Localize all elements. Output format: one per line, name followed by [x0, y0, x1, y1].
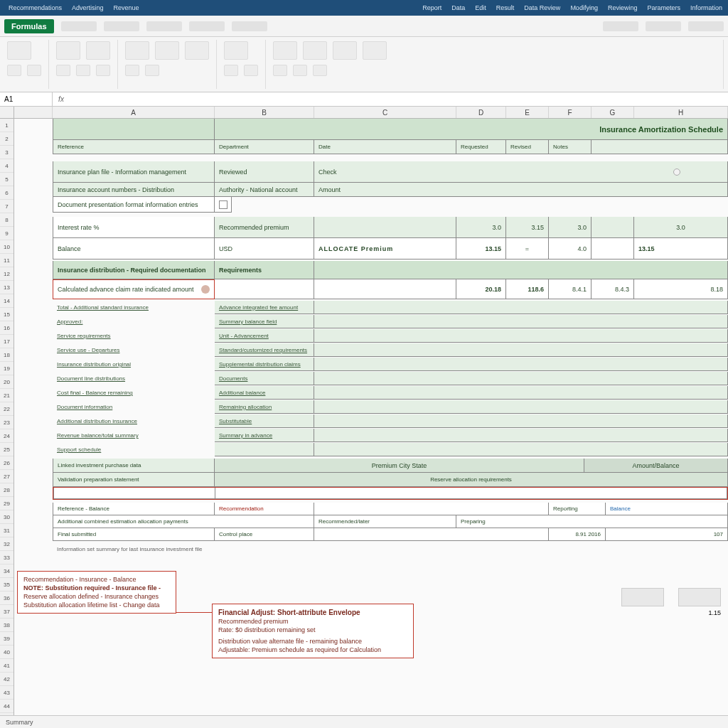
row-header[interactable]: 35: [0, 578, 14, 592]
ribbon-tab[interactable]: [603, 21, 638, 31]
cell[interactable]: Recommended premium: [215, 217, 314, 238]
cell[interactable]: 8.4.1: [549, 279, 592, 299]
cell[interactable]: [53, 119, 215, 140]
ribbon-button[interactable]: [56, 65, 70, 76]
row-header[interactable]: 15: [0, 308, 14, 321]
cell[interactable]: [314, 301, 728, 314]
row-header[interactable]: 19: [0, 362, 14, 375]
cell[interactable]: Notes: [549, 140, 592, 154]
list-item-link[interactable]: Summary balance field: [215, 315, 314, 328]
row-header[interactable]: 6: [0, 186, 14, 200]
cell[interactable]: 20.18: [456, 279, 506, 299]
cell[interactable]: [314, 400, 728, 414]
ribbon-button[interactable]: [125, 41, 149, 60]
menu-data[interactable]: Data: [451, 4, 465, 11]
row-header[interactable]: 31: [0, 524, 14, 537]
cell[interactable]: Reserve allocation requirements: [215, 473, 728, 487]
cell[interactable]: [314, 329, 728, 343]
row-header[interactable]: 13: [0, 281, 14, 294]
cell[interactable]: Control place: [215, 528, 314, 541]
col-header[interactable]: F: [549, 107, 592, 118]
cell[interactable]: [314, 279, 456, 299]
row-header[interactable]: 25: [0, 443, 14, 456]
cell[interactable]: [314, 386, 728, 400]
list-item-link[interactable]: Substitutable: [215, 414, 314, 428]
cell[interactable]: Additional combined estimation allocatio…: [53, 515, 314, 528]
highlighted-cell[interactable]: Calculated advance claim rate indicated …: [53, 279, 215, 299]
ribbon-button[interactable]: [224, 41, 248, 60]
cell[interactable]: [592, 140, 728, 154]
sheet-tab[interactable]: Summary: [6, 719, 33, 726]
menu-revenue[interactable]: Revenue: [114, 4, 139, 11]
row-header[interactable]: 16: [0, 321, 14, 335]
cell[interactable]: Check: [314, 161, 728, 183]
cell[interactable]: Document presentation format information…: [53, 197, 215, 213]
row-header[interactable]: 29: [0, 497, 14, 510]
col-header[interactable]: B: [215, 107, 314, 118]
fx-icon[interactable]: fx: [53, 95, 70, 103]
row-header[interactable]: 42: [0, 673, 14, 686]
row-header[interactable]: 1: [0, 119, 14, 132]
row-header[interactable]: 3: [0, 146, 14, 159]
row-header[interactable]: 39: [0, 632, 14, 646]
cell[interactable]: Linked investment purchase data: [53, 459, 215, 473]
cell[interactable]: 107: [606, 528, 728, 541]
ribbon-tab[interactable]: [646, 21, 681, 31]
cell[interactable]: ALLOCATE Premium: [314, 238, 456, 259]
ribbon-button[interactable]: [185, 41, 209, 60]
ribbon-button[interactable]: [56, 41, 80, 60]
cell[interactable]: Authority - National account: [215, 183, 314, 197]
list-item-link[interactable]: Service use - Departures: [53, 343, 215, 357]
row-header[interactable]: 38: [0, 619, 14, 632]
cell[interactable]: [314, 261, 728, 279]
ribbon-tab[interactable]: [232, 21, 267, 31]
row-header[interactable]: 33: [0, 551, 14, 564]
row-header[interactable]: 14: [0, 294, 14, 308]
cell[interactable]: Insurance distribution - Required docume…: [53, 261, 215, 279]
cell[interactable]: 3.0: [634, 217, 728, 238]
cell[interactable]: =: [506, 238, 549, 259]
select-all-corner[interactable]: [0, 107, 14, 118]
cell[interactable]: [215, 279, 314, 299]
row-header[interactable]: 26: [0, 456, 14, 470]
ribbon-button[interactable]: [293, 65, 307, 76]
ribbon-tab[interactable]: [104, 21, 139, 31]
cell[interactable]: Reference - Balance: [53, 503, 215, 515]
row-header[interactable]: 20: [0, 375, 14, 389]
row-header[interactable]: 12: [0, 267, 14, 281]
col-header[interactable]: A: [53, 107, 215, 118]
list-item-link[interactable]: Supplemental distribution claims: [215, 358, 314, 371]
sheet-title[interactable]: Insurance Amortization Schedule: [215, 119, 728, 140]
row-header[interactable]: 9: [0, 227, 14, 240]
row-header[interactable]: 36: [0, 592, 14, 605]
row-header[interactable]: 34: [0, 564, 14, 578]
menu-recommendations[interactable]: Recommendations: [9, 4, 62, 11]
ribbon-button[interactable]: [145, 65, 159, 76]
cell[interactable]: [314, 503, 549, 515]
cell[interactable]: [314, 372, 728, 385]
list-item-link[interactable]: Support schedule: [53, 443, 215, 456]
ribbon-button[interactable]: [363, 41, 387, 60]
col-header[interactable]: H: [634, 107, 728, 118]
ribbon-button[interactable]: [155, 41, 179, 60]
cell[interactable]: 118.6: [506, 279, 549, 299]
cell[interactable]: 13.15: [456, 238, 506, 259]
ribbon-button[interactable]: [303, 41, 327, 60]
menu-information[interactable]: Information: [690, 4, 722, 11]
row-header[interactable]: 41: [0, 659, 14, 673]
row-header[interactable]: 17: [0, 335, 14, 348]
menu-result[interactable]: Result: [496, 4, 515, 11]
list-item-link[interactable]: Unit - Advancement: [215, 329, 314, 343]
list-item-link[interactable]: Advance integrated fee amount: [215, 301, 314, 314]
ribbon-button[interactable]: [125, 65, 139, 76]
cell[interactable]: Recommended/later: [314, 515, 456, 528]
row-header[interactable]: 23: [0, 416, 14, 429]
cell[interactable]: Final submitted: [53, 528, 215, 541]
cell[interactable]: 13.15: [634, 238, 728, 259]
cell[interactable]: 4.0: [549, 238, 592, 259]
list-item-link[interactable]: Document line distributions: [53, 372, 215, 385]
list-item-link[interactable]: Insurance distribution original: [53, 358, 215, 371]
list-item-link[interactable]: Cost final - Balance remaining: [53, 386, 215, 400]
cell[interactable]: 3.0: [549, 217, 592, 238]
ribbon-tab[interactable]: [61, 21, 97, 31]
